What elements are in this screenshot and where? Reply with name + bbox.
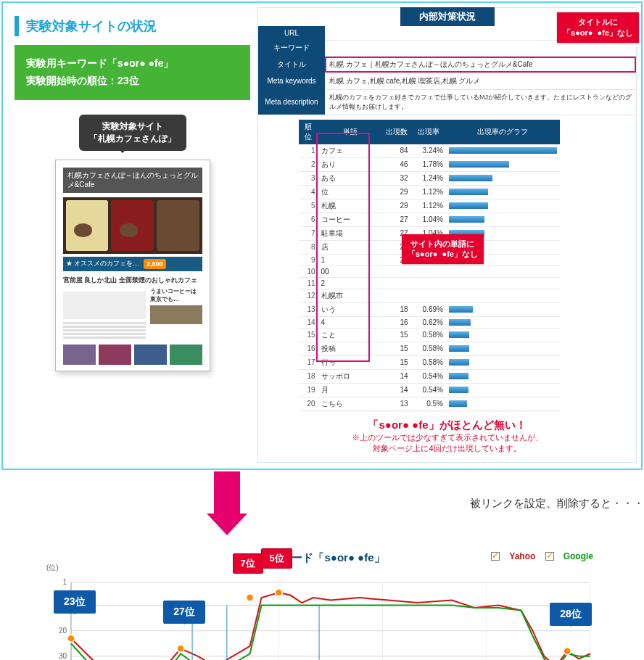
rank-callout-blue: 28位 bbox=[550, 603, 592, 626]
word-column-highlight bbox=[316, 133, 370, 362]
red-note-title: タイトルに 「s●or● ●fe」なし bbox=[557, 12, 639, 43]
svg-text:1: 1 bbox=[62, 578, 67, 586]
bubble-line: 「札幌カフェさんぽ」 bbox=[89, 133, 176, 144]
hdr-rate: 出現率 bbox=[411, 120, 446, 144]
magenta-arrow-icon bbox=[207, 471, 247, 540]
hdr-graph: 出現率のグラフ bbox=[446, 120, 560, 144]
rank-callout-red: 5位 bbox=[261, 548, 292, 569]
mid-text: 被リンクを設定、削除すると・・・ bbox=[470, 497, 644, 511]
experiment-summary: 実験用キーワード「s●or● ●fe」 実験開始時の順位：23位 bbox=[15, 45, 250, 100]
svg-text:20: 20 bbox=[59, 627, 67, 635]
shot-hero bbox=[63, 197, 202, 254]
bubble-line: 実験対象サイト bbox=[102, 121, 163, 131]
note-line: タイトルに bbox=[578, 17, 618, 26]
meta-kw-label: キーワード bbox=[258, 40, 325, 56]
summary-line1: 実験用キーワード「s●or● ●fe」 bbox=[26, 55, 239, 73]
meta-title-value: 札幌 カフェ｜札幌カフェさんぽ～ほんのちょっとグルメ&Cafe bbox=[325, 56, 636, 73]
top-panel: 実験対象サイトの状況 実験用キーワード「s●or● ●fe」 実験開始時の順位：… bbox=[1, 1, 643, 470]
table-row: 19月140.54% bbox=[299, 383, 560, 397]
left-column: 実験対象サイトの状況 実験用キーワード「s●or● ●fe」 実験開始時の順位：… bbox=[7, 7, 257, 463]
table-row: 18サッポロ140.54% bbox=[299, 369, 560, 383]
legend-google: Google bbox=[564, 551, 593, 561]
svg-point-25 bbox=[177, 645, 184, 653]
page-title: 実験対象サイトの状況 bbox=[15, 16, 250, 36]
legend-yahoo: Yahoo bbox=[509, 551, 535, 561]
meta-url-label: URL bbox=[258, 26, 325, 40]
site-card: 実験対象サイト 「札幌カフェさんぽ」 札幌カフェさんぽ～ほんのちょっとグルメ&C… bbox=[15, 115, 250, 372]
shot-thumbs bbox=[63, 345, 202, 365]
shot-banner: ★ オススメのカフェを… 2,800 bbox=[63, 257, 202, 271]
shot-article: 宮前屋 良しか北山 全面禁煙のおしゃれカフェ bbox=[63, 276, 202, 285]
chart-svg: 110203040505/146/197/77/258/12 bbox=[46, 568, 598, 660]
shot-side: うまいコーヒーは東京でも… bbox=[150, 287, 202, 340]
checkbox-icon bbox=[491, 552, 500, 561]
note-line: 「s●or● ●fe」なし bbox=[563, 28, 633, 37]
right-heading: 内部対策状況 bbox=[400, 7, 495, 26]
rank-chart: キーワード「s●or● ●fe」 Yahoo Google 1102030405… bbox=[46, 551, 598, 660]
meta-title-label: タイトル bbox=[258, 56, 325, 73]
checkbox-icon bbox=[545, 552, 554, 561]
summary-line2: 実験開始時の順位：23位 bbox=[26, 73, 239, 90]
red-note-words: サイト内の単語に 「s●or● ●fe」なし bbox=[402, 234, 484, 265]
svg-text:30: 30 bbox=[59, 652, 67, 660]
meta-mdesc-value: 札幌のカフェをカフェ好きでカフェで仕事しているMJが紹介していきます。たまにレス… bbox=[325, 89, 636, 115]
shot-body bbox=[63, 292, 146, 340]
site-bubble: 実験対象サイト 「札幌カフェさんぽ」 bbox=[79, 115, 186, 151]
chart-legend: Yahoo Google bbox=[484, 551, 593, 561]
meta-mkw-value: 札幌 カフェ,札幌 cafe,札幌 喫茶店,札幌 グルメ bbox=[325, 73, 636, 89]
svg-point-28 bbox=[564, 648, 571, 655]
warning-sub: ※上のツールでは少なすぎて表示されていませんが、 対象ページ上に4回だけ出現して… bbox=[264, 432, 630, 455]
shot-title: 札幌カフェさんぽ～ほんのちょっとグルメ&Cafe bbox=[63, 168, 202, 193]
warning-main: 「s●or● ●fe」がほとんど無い！ bbox=[264, 418, 630, 432]
hdr-cnt: 出現数 bbox=[383, 120, 411, 144]
rank-callout-blue: 27位 bbox=[163, 601, 205, 624]
rank-callout-red: 7位 bbox=[233, 553, 263, 574]
note-line: 「s●or● ●fe」なし bbox=[408, 249, 478, 258]
note-line: サイト内の単語に bbox=[410, 239, 474, 248]
rank-callout-blue: 23位 bbox=[54, 590, 96, 614]
meta-mkw-label: Meta keywords bbox=[258, 73, 325, 89]
site-screenshot: 札幌カフェさんぽ～ほんのちょっとグルメ&Cafe ★ オススメのカフェを… 2,… bbox=[55, 160, 210, 372]
table-row: 20こちら130.5% bbox=[299, 397, 560, 411]
svg-point-27 bbox=[275, 589, 282, 596]
meta-mdesc-label: Meta description bbox=[258, 89, 325, 115]
y-axis-label: (位) bbox=[46, 563, 59, 573]
svg-point-24 bbox=[67, 635, 75, 643]
svg-point-26 bbox=[247, 594, 254, 601]
mid-row: 被リンクを設定、削除すると・・・ bbox=[0, 471, 644, 535]
internal-status-panel: 内部対策状況 URL キーワード タイトル 札幌 カフェ｜札幌カフェさんぽ～ほん… bbox=[257, 7, 637, 463]
shot-price: 2,800 bbox=[144, 259, 166, 269]
hdr-rank: 順位 bbox=[299, 120, 318, 144]
